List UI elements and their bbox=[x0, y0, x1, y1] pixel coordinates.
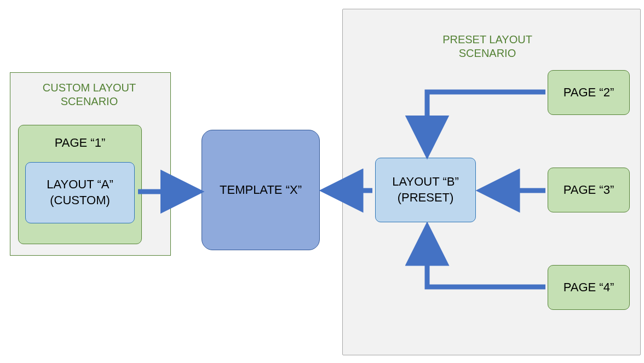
page-3-box: PAGE “3” bbox=[548, 168, 630, 212]
template-x-label: TEMPLATE “X” bbox=[220, 182, 302, 198]
page-4-box: PAGE “4” bbox=[548, 265, 630, 310]
preset-scenario-title: PRESET LAYOUT SCENARIO bbox=[433, 33, 542, 60]
page-4-label: PAGE “4” bbox=[564, 280, 614, 296]
page-2-box: PAGE “2” bbox=[548, 70, 630, 115]
layout-a-box: LAYOUT “A” (CUSTOM) bbox=[25, 162, 135, 223]
page-2-label: PAGE “2” bbox=[564, 85, 614, 101]
page-3-label: PAGE “3” bbox=[564, 182, 614, 198]
layout-b-box: LAYOUT “B” (PRESET) bbox=[375, 158, 476, 222]
layout-a-line2: (CUSTOM) bbox=[50, 193, 110, 209]
diagram-canvas: CUSTOM LAYOUT SCENARIO PAGE “1” LAYOUT “… bbox=[0, 0, 644, 363]
template-x-box: TEMPLATE “X” bbox=[202, 130, 320, 250]
layout-b-line2: (PRESET) bbox=[398, 190, 454, 206]
page-1-label: PAGE “1” bbox=[55, 135, 106, 151]
custom-scenario-title: CUSTOM LAYOUT SCENARIO bbox=[26, 81, 152, 108]
layout-b-line1: LAYOUT “B” bbox=[392, 174, 458, 190]
layout-a-line1: LAYOUT “A” bbox=[47, 177, 113, 193]
